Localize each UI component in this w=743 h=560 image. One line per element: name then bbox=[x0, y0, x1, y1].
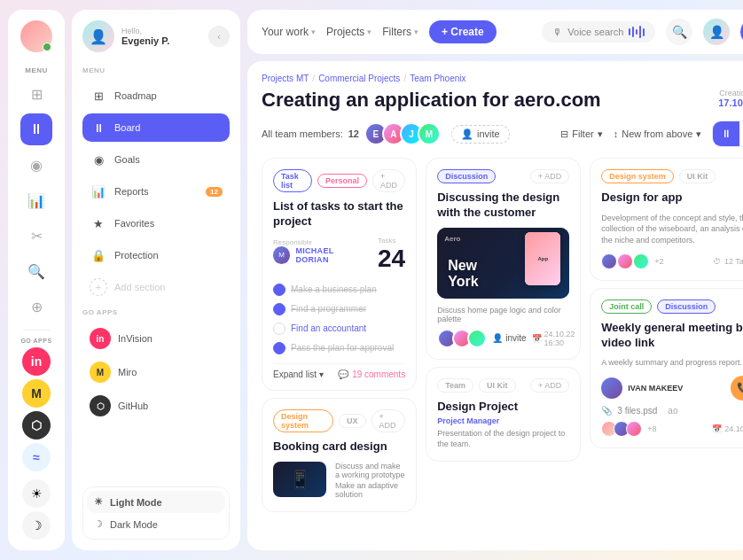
creation-date-value: 17.10.2022 bbox=[718, 97, 743, 108]
voice-search-label: Voice search bbox=[567, 27, 623, 37]
call-button[interactable]: 📞 bbox=[731, 376, 743, 401]
new-from-button[interactable]: ↕ New from above ▾ bbox=[614, 128, 702, 140]
goals-icon: ◉ bbox=[90, 151, 107, 168]
add-tag-disc[interactable]: + ADD bbox=[530, 169, 569, 183]
team-count: 12 bbox=[348, 128, 359, 139]
breadcrumb-projects-mt[interactable]: Projects MT bbox=[262, 74, 309, 83]
disc-invite-btn[interactable]: 👤 invite bbox=[492, 333, 526, 343]
grid-view-btn[interactable]: ⊞ bbox=[739, 121, 743, 146]
mic-icon: 🎙 bbox=[552, 27, 562, 37]
sidebar-item-protection[interactable]: 🔒 Protection bbox=[82, 241, 230, 269]
dark-mode-item[interactable]: ☽ Dark Mode bbox=[87, 513, 225, 535]
city-text: NewYork bbox=[448, 258, 478, 290]
booking-body: 📱 Discuss and make a working prototype M… bbox=[273, 462, 405, 501]
nav-projects[interactable]: Projects ▾ bbox=[326, 26, 372, 38]
sidebar-item-board[interactable]: ⏸ Board bbox=[82, 113, 230, 142]
sidebar-app-invision[interactable]: in InVision bbox=[82, 323, 230, 354]
sidebar-item-reports[interactable]: 📊 Reports 12 bbox=[82, 177, 230, 206]
dark-mode-icon: ☽ bbox=[94, 518, 103, 530]
dp-manager-label: Project Manager bbox=[437, 416, 569, 425]
booking-desc1: Discuss and make a working prototype bbox=[335, 462, 405, 479]
nav-filters[interactable]: Filters ▾ bbox=[382, 26, 418, 38]
light-mode-item[interactable]: ☀ Light Mode bbox=[87, 491, 225, 513]
sidebar-item-favorites[interactable]: ★ Favorites bbox=[82, 209, 230, 237]
bar1 bbox=[629, 28, 630, 35]
favorites-label: Favorites bbox=[114, 218, 154, 229]
mini-icon-add[interactable]: ⊕ bbox=[20, 291, 52, 323]
breadcrumb-commercial[interactable]: Commercial Projects bbox=[318, 74, 400, 83]
disc-aero-text: Aero bbox=[444, 235, 460, 243]
create-button[interactable]: + Create bbox=[429, 20, 497, 43]
filter-label: Filter bbox=[572, 128, 593, 139]
mini-icon-cut[interactable]: ✂ bbox=[20, 220, 52, 252]
bar5 bbox=[643, 28, 645, 36]
list-view-btn[interactable]: ⏸ bbox=[713, 121, 739, 146]
dark-mode-label: Dark Mode bbox=[110, 519, 158, 530]
voice-search[interactable]: 🎙 Voice search bbox=[542, 21, 655, 43]
invite-button[interactable]: 👤 invite bbox=[451, 125, 510, 144]
add-tag-btn[interactable]: + ADD bbox=[372, 169, 405, 192]
favorites-icon: ★ bbox=[90, 214, 107, 232]
mini-icon-board[interactable]: ⏸ bbox=[20, 113, 52, 145]
mini-dark-mode[interactable]: ☽ bbox=[22, 511, 51, 540]
add-tag-dp[interactable]: + ADD bbox=[530, 378, 569, 393]
sidebar-item-roadmap[interactable]: ⊞ Roadmap bbox=[82, 82, 230, 110]
files-row: 📎 3 files.psd ao bbox=[601, 406, 743, 416]
weekly-avatars bbox=[601, 421, 642, 437]
weekly-card: Joint call Discussion Weekly general mee… bbox=[590, 288, 743, 448]
booking-img-icon: 📱 bbox=[289, 469, 311, 490]
disc-invite-label: invite bbox=[505, 333, 526, 343]
card-column-2: Discussion + ADD Discussing the design w… bbox=[426, 158, 581, 538]
task-check-2 bbox=[273, 303, 285, 315]
mini-app-github[interactable]: ⬡ bbox=[22, 411, 51, 439]
dp-desc: Presentation of the design project to th… bbox=[437, 428, 569, 450]
sidebar-collapse-btn[interactable]: ‹ bbox=[208, 26, 230, 47]
sidebar-app-miro[interactable]: M Miro bbox=[82, 357, 230, 387]
card-meta-row: Responsible M MICHAEL DORIAN Tasks 24 bbox=[273, 237, 405, 273]
mini-app-miro[interactable]: M bbox=[22, 379, 51, 408]
invision-icon: in bbox=[90, 328, 111, 349]
mini-icon-grid[interactable]: ⊞ bbox=[20, 78, 52, 110]
mini-app-other[interactable]: ≈ bbox=[22, 443, 51, 471]
new-from-chevron: ▾ bbox=[696, 128, 701, 140]
comments-btn[interactable]: 💬 19 comments bbox=[338, 369, 405, 379]
cards-area: Task list Personal + ADD List of tasks t… bbox=[262, 158, 743, 538]
sidebar-item-goals[interactable]: ◉ Goals bbox=[82, 145, 230, 174]
navbar: Your work ▾ Projects ▾ Filters ▾ + Creat… bbox=[247, 10, 743, 54]
breadcrumb-sep1: / bbox=[312, 74, 315, 83]
filters-chevron: ▾ bbox=[414, 27, 418, 36]
card-tags-1: Task list Personal + ADD bbox=[273, 169, 405, 192]
filter-button[interactable]: ⊟ Filter ▾ bbox=[560, 128, 602, 140]
phone-inner: App bbox=[525, 232, 560, 285]
expand-list-btn[interactable]: Expand list ▾ bbox=[273, 369, 324, 379]
sidebar-add-section[interactable]: + Add section bbox=[82, 273, 230, 301]
reports-icon: 📊 bbox=[90, 183, 107, 200]
mini-avatar bbox=[20, 20, 52, 52]
booking-desc2: Make an adaptive solution bbox=[335, 481, 405, 499]
user-avatar-btn[interactable]: 👤 bbox=[703, 19, 730, 45]
task-item-1: Make a business plan bbox=[273, 280, 405, 299]
mini-icon-goals[interactable]: ◉ bbox=[20, 149, 52, 181]
mini-icon-search[interactable]: 🔍 bbox=[20, 255, 52, 287]
search-button[interactable]: 🔍 bbox=[666, 19, 692, 45]
mini-icon-reports[interactable]: 📊 bbox=[20, 184, 52, 216]
breadcrumb-team[interactable]: Team Phoenix bbox=[410, 74, 465, 83]
mini-app-invision[interactable]: in bbox=[22, 347, 51, 376]
nav-your-work[interactable]: Your work ▾ bbox=[262, 26, 316, 38]
creation-date-label: Creation date bbox=[718, 89, 743, 97]
mini-light-mode[interactable]: ☀ bbox=[22, 479, 51, 508]
your-work-label: Your work bbox=[262, 26, 309, 38]
expand-chevron: ▾ bbox=[319, 369, 324, 379]
tasks-label-sm: Tasks bbox=[378, 237, 405, 245]
tag-design-sys: Design system bbox=[601, 169, 674, 183]
invite-icon: 👤 bbox=[461, 128, 473, 140]
task-list-title: List of tasks to start the project bbox=[273, 199, 405, 229]
task-text-3[interactable]: Find an accountant bbox=[291, 323, 366, 333]
wm-date: 📅 24.10.22 bbox=[712, 424, 743, 433]
da-tasks-label: 12 Tasks bbox=[724, 257, 743, 266]
sidebar-app-github[interactable]: ⬡ GitHub bbox=[82, 391, 230, 421]
breadcrumb-sep2: / bbox=[403, 74, 406, 83]
bar2 bbox=[632, 27, 634, 37]
responsible-row: M MICHAEL DORIAN bbox=[273, 246, 367, 264]
add-tag-btn-2[interactable]: + ADD bbox=[372, 409, 406, 432]
